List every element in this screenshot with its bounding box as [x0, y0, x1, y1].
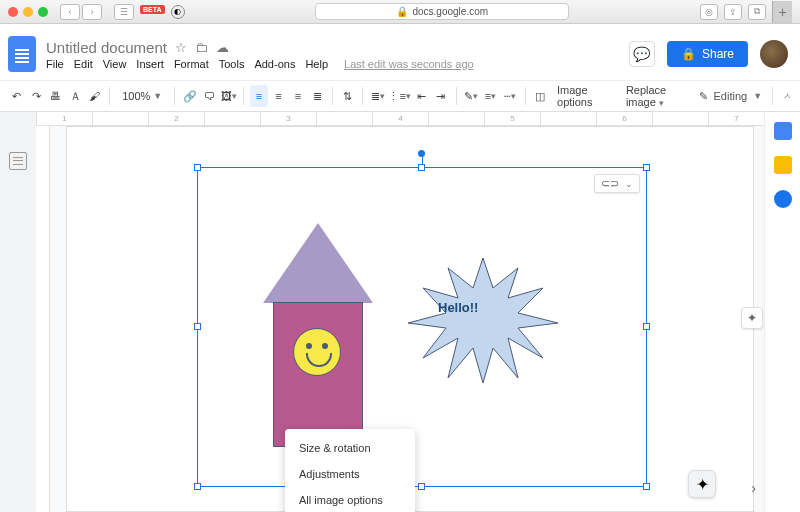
minimize-window-icon[interactable] [23, 7, 33, 17]
svg-marker-0 [408, 258, 558, 383]
docs-header: Untitled document ☆ 🗀 ☁ File Edit View I… [0, 24, 800, 80]
tasks-icon[interactable] [774, 190, 792, 208]
menu-insert[interactable]: Insert [136, 58, 164, 70]
url-text: docs.google.com [412, 6, 488, 17]
browser-chrome: ‹ › ☰ BETA ◐ 🔒 docs.google.com ◎ ⇪ ⧉ + [0, 0, 800, 24]
mode-label[interactable]: Editing [714, 90, 748, 102]
replace-image-button[interactable]: Replace image ▾ [620, 84, 697, 108]
comments-button[interactable]: 💬 [629, 41, 655, 67]
back-button[interactable]: ‹ [60, 4, 80, 20]
rotate-handle[interactable] [418, 150, 425, 157]
undo-button[interactable]: ↶ [8, 85, 25, 107]
reader-button[interactable]: ◎ [700, 4, 718, 20]
cloud-icon[interactable]: ☁ [216, 40, 229, 55]
shield-icon[interactable]: ◐ [171, 5, 185, 19]
resize-handle-tm[interactable] [418, 164, 425, 171]
crop-button[interactable]: ◫ [532, 85, 549, 107]
resize-handle-br[interactable] [643, 483, 650, 490]
decrease-indent-button[interactable]: ⇤ [413, 85, 430, 107]
resize-handle-bm[interactable] [418, 483, 425, 490]
toolbar: ↶ ↷ 🖶 Ａ 🖌 100%▼ 🔗 🗨 🖼▾ ≡ ≡ ≡ ≣ ⇅ ≣▾ ⋮≡▾ … [0, 80, 800, 112]
menu-all-image-options[interactable]: All image options [285, 487, 415, 512]
document-title[interactable]: Untitled document [46, 39, 167, 56]
menu-view[interactable]: View [103, 58, 127, 70]
share-os-button[interactable]: ⇪ [724, 4, 742, 20]
drawing-triangle [263, 223, 373, 303]
insert-image-button[interactable]: 🖼▾ [220, 85, 237, 107]
menu-addons[interactable]: Add-ons [254, 58, 295, 70]
comment-add-button[interactable]: 🗨 [200, 85, 217, 107]
zoom-select[interactable]: 100%▼ [116, 90, 168, 102]
document-canvas[interactable]: 1234567 ⊂⊃ ⌄ [36, 112, 764, 512]
pencil-icon: ✎ [699, 90, 708, 103]
resize-handle-tl[interactable] [194, 164, 201, 171]
menu-tools[interactable]: Tools [219, 58, 245, 70]
margin-comment-button[interactable]: ✦ [741, 307, 763, 329]
collapse-toolbar-button[interactable]: ㅅ [783, 90, 792, 103]
last-edit-link[interactable]: Last edit was seconds ago [344, 58, 474, 70]
align-left-button[interactable]: ≡ [250, 85, 267, 107]
maximize-window-icon[interactable] [38, 7, 48, 17]
account-avatar[interactable] [760, 40, 788, 68]
horizontal-ruler[interactable]: 1234567 [36, 112, 764, 126]
paint-format-button[interactable]: 🖌 [86, 85, 103, 107]
menu-adjustments[interactable]: Adjustments [285, 461, 415, 487]
resize-handle-tr[interactable] [643, 164, 650, 171]
vertical-ruler[interactable] [36, 126, 50, 512]
share-button[interactable]: 🔒 Share [667, 41, 748, 67]
print-button[interactable]: 🖶 [47, 85, 64, 107]
drawing-burst [398, 248, 568, 388]
side-panel [764, 112, 800, 512]
close-window-icon[interactable] [8, 7, 18, 17]
bulleted-list-button[interactable]: ⋮≡▾ [389, 85, 411, 107]
lock-icon: 🔒 [681, 47, 696, 61]
selected-drawing[interactable]: ⊂⊃ ⌄ Hello!! [197, 167, 647, 487]
resize-handle-ml[interactable] [194, 323, 201, 330]
chevron-down-icon: ⌄ [625, 179, 633, 189]
chevron-down-icon[interactable]: ▼ [753, 91, 762, 101]
menu-help[interactable]: Help [305, 58, 328, 70]
numbered-list-button[interactable]: ≣▾ [369, 85, 386, 107]
explore-button[interactable]: ✦ [688, 470, 716, 498]
window-controls [8, 7, 48, 17]
resize-handle-mr[interactable] [643, 323, 650, 330]
border-weight-button[interactable]: ≡▾ [482, 85, 499, 107]
address-bar[interactable]: 🔒 docs.google.com [315, 3, 569, 20]
link-chip[interactable]: ⊂⊃ ⌄ [594, 174, 640, 193]
align-right-button[interactable]: ≡ [289, 85, 306, 107]
menu-edit[interactable]: Edit [74, 58, 93, 70]
burst-text: Hello!! [438, 300, 478, 315]
align-justify-button[interactable]: ≣ [309, 85, 326, 107]
spellcheck-button[interactable]: Ａ [66, 85, 83, 107]
menu-file[interactable]: File [46, 58, 64, 70]
tabs-button[interactable]: ⧉ [748, 4, 766, 20]
resize-handle-bl[interactable] [194, 483, 201, 490]
image-options-button[interactable]: Image options [551, 84, 618, 108]
link-icon: ⊂⊃ [601, 177, 619, 190]
keep-icon[interactable] [774, 156, 792, 174]
increase-indent-button[interactable]: ⇥ [432, 85, 449, 107]
menu-bar: File Edit View Insert Format Tools Add-o… [46, 58, 629, 70]
menu-size-rotation[interactable]: Size & rotation [285, 435, 415, 461]
align-center-button[interactable]: ≡ [270, 85, 287, 107]
lock-icon: 🔒 [396, 6, 408, 17]
link-button[interactable]: 🔗 [181, 85, 198, 107]
image-options-menu: Size & rotation Adjustments All image op… [285, 429, 415, 512]
menu-format[interactable]: Format [174, 58, 209, 70]
redo-button[interactable]: ↷ [27, 85, 44, 107]
drawing-smiley [293, 328, 341, 376]
left-rail [0, 112, 36, 512]
page[interactable]: ⊂⊃ ⌄ Hello!! Size & rotation Adjustments… [66, 126, 754, 512]
star-icon[interactable]: ☆ [175, 40, 187, 55]
show-side-panel-button[interactable]: › [751, 480, 756, 496]
sidebar-toggle[interactable]: ☰ [114, 4, 134, 20]
move-icon[interactable]: 🗀 [195, 40, 208, 55]
border-dash-button[interactable]: ┄▾ [501, 85, 518, 107]
border-color-button[interactable]: ✎▾ [462, 85, 479, 107]
docs-logo-icon[interactable] [8, 36, 36, 72]
forward-button[interactable]: › [82, 4, 102, 20]
outline-icon[interactable] [9, 152, 27, 170]
new-tab-button[interactable]: + [772, 1, 792, 23]
calendar-icon[interactable] [774, 122, 792, 140]
line-spacing-button[interactable]: ⇅ [339, 85, 356, 107]
